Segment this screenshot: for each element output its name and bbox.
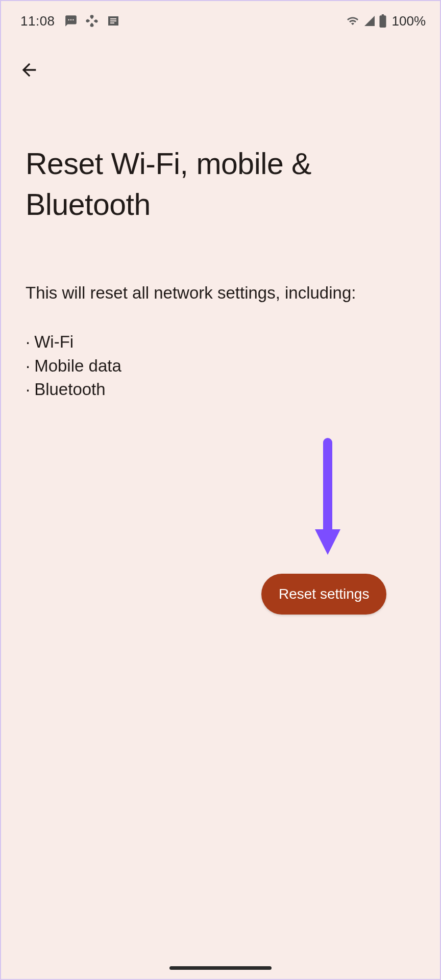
annotation-arrow-icon [307,437,348,565]
back-button[interactable] [16,57,42,83]
navigation-pill[interactable] [169,966,272,970]
news-icon [106,15,120,27]
status-right: 100% [345,13,426,29]
battery-percent: 100% [392,13,426,29]
arrow-back-icon [19,60,39,80]
list-item: · Mobile data [26,354,415,378]
status-time: 11:08 [20,13,55,29]
reset-settings-button[interactable]: Reset settings [261,574,386,615]
list-item-label: Wi-Fi [34,330,74,354]
status-bar: 11:08 100% [1,1,440,37]
cellular-signal-icon [363,15,376,27]
page-title: Reset Wi-Fi, mobile & Bluetooth [1,83,440,225]
list-item: · Wi-Fi [26,330,415,354]
list-item-label: Bluetooth [34,378,105,401]
battery-icon [379,14,387,28]
list-item-label: Mobile data [34,354,121,378]
pinwheel-icon [85,14,99,28]
status-notification-icons [64,14,120,28]
list-item: · Bluetooth [26,378,415,401]
message-icon [64,14,78,28]
reset-items-list: · Wi-Fi · Mobile data · Bluetooth [1,305,440,401]
wifi-icon [345,15,360,27]
reset-description: This will reset all network settings, in… [1,225,440,305]
status-left: 11:08 [20,13,120,29]
app-bar [1,37,440,83]
